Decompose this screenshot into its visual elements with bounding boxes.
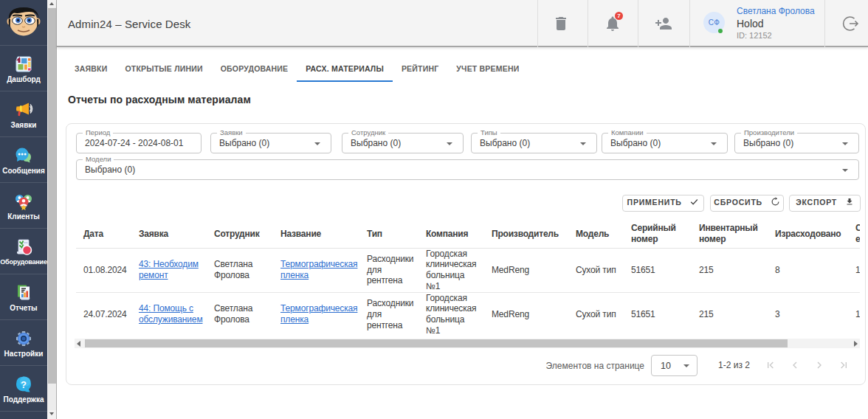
svg-text:?: ?: [21, 379, 27, 390]
